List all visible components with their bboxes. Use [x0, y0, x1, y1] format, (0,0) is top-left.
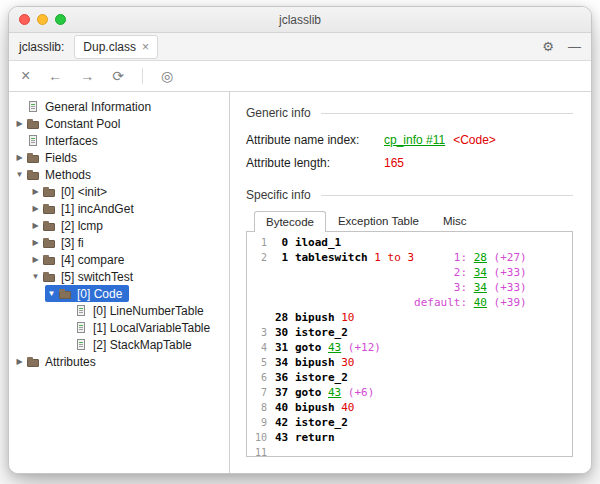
branch-target-link[interactable]: 34 [474, 281, 487, 294]
attribute-name-index-row: Attribute name index: cp_info #11 <Code> [246, 133, 573, 147]
folder-icon [42, 253, 57, 266]
folder-icon [26, 168, 41, 181]
tree-item-label: [0] LineNumberTable [93, 304, 204, 318]
bytecode-line: 2 1 tableswitch 1 to 3 1: 28 (+27) [247, 250, 572, 265]
specific-info-title: Specific info [246, 188, 311, 202]
expand-arrow-icon[interactable]: ▶ [29, 187, 42, 196]
main-split: General Information▶Constant PoolInterfa… [9, 92, 591, 473]
branch-target-link[interactable]: 43 [328, 386, 341, 399]
folder-icon [42, 270, 57, 283]
bytecode-offset: 37 [275, 386, 295, 399]
tree-item-2-stackmaptable[interactable]: [2] StackMapTable [61, 336, 199, 353]
hide-panel-icon[interactable]: — [568, 39, 581, 54]
tree-item-0-init[interactable]: ▶[0] <init> [29, 183, 114, 200]
collapse-arrow-icon[interactable]: ▼ [29, 272, 42, 281]
bytecode-line: 330 istore_2 [247, 325, 572, 340]
main-toolbar: × ← → ⟳ ◎ [9, 61, 591, 92]
tree-item-fields[interactable]: ▶Fields [13, 149, 84, 166]
tab-close-icon[interactable]: × [142, 41, 149, 53]
tree-item-0-linenumbertable[interactable]: [0] LineNumberTable [61, 302, 211, 319]
zoom-window-button[interactable] [55, 14, 66, 25]
tree-item-2-lcmp[interactable]: ▶[2] lcmp [29, 217, 110, 234]
expand-arrow-icon[interactable]: ▶ [29, 255, 42, 264]
branch-target-link[interactable]: 43 [328, 341, 341, 354]
expand-arrow-icon[interactable]: ▶ [13, 153, 26, 162]
tree-item-4-compare[interactable]: ▶[4] compare [29, 251, 131, 268]
line-number: 8 [247, 400, 275, 415]
tab-exception-table[interactable]: Exception Table [326, 210, 431, 231]
branch-target-link[interactable]: 28 [474, 251, 487, 264]
tree-item-interfaces[interactable]: Interfaces [13, 132, 105, 149]
reload-icon[interactable]: ⟳ [112, 69, 124, 83]
branch-target-link[interactable]: 34 [474, 266, 487, 279]
cp-info-link[interactable]: cp_info #11 [384, 133, 445, 147]
tree-item-label: [2] StackMapTable [93, 338, 192, 352]
switch-case-label: 1: [454, 251, 474, 264]
tree-item-general-information[interactable]: General Information [13, 98, 158, 115]
tree-item-label: Constant Pool [45, 117, 120, 131]
close-file-icon[interactable]: × [21, 68, 30, 84]
immediate-value: 1 to 3 [374, 251, 414, 264]
opcode-mnemonic: iload_1 [295, 236, 341, 249]
expand-arrow-icon[interactable]: ▶ [29, 221, 42, 230]
tree-item-label: [5] switchTest [61, 270, 133, 284]
bytecode-line: 1 0 iload_1 [247, 235, 572, 250]
line-number: 9 [247, 415, 275, 430]
tab-misc[interactable]: Misc [431, 210, 479, 231]
attribute-name-value: <Code> [453, 133, 496, 147]
tree-item-label: [4] compare [61, 253, 124, 267]
tree-item-1-incandget[interactable]: ▶[1] incAndGet [29, 200, 141, 217]
line-number: 7 [247, 385, 275, 400]
expand-arrow-icon[interactable]: ▶ [29, 204, 42, 213]
tree-item-methods[interactable]: ▼Methods [13, 166, 98, 183]
back-arrow-icon[interactable]: ← [48, 69, 62, 83]
expand-arrow-icon[interactable]: ▶ [29, 238, 42, 247]
bytecode-text: 42 istore_2 [275, 415, 348, 430]
expand-arrow-icon[interactable]: ▶ [13, 357, 26, 366]
relative-offset: (+27) [487, 251, 527, 264]
relative-offset: (+12) [341, 341, 381, 354]
folder-icon [42, 185, 57, 198]
forward-arrow-icon[interactable]: → [80, 69, 94, 83]
collapse-arrow-icon[interactable]: ▼ [45, 289, 58, 298]
tree-item-attributes[interactable]: ▶Attributes [13, 353, 103, 370]
minimize-window-button[interactable] [37, 14, 48, 25]
immediate-value: 30 [341, 356, 354, 369]
bytecode-line: 1043 return [247, 430, 572, 445]
line-number: 3 [247, 325, 275, 340]
homepage-globe-icon[interactable]: ◎ [161, 69, 173, 83]
branch-target-link[interactable]: 40 [474, 296, 487, 309]
settings-gear-icon[interactable]: ⚙ [542, 39, 554, 54]
tab-dup-class[interactable]: Dup.class × [74, 35, 158, 59]
collapse-arrow-icon[interactable]: ▼ [13, 170, 26, 179]
tree-item-constant-pool[interactable]: ▶Constant Pool [13, 115, 127, 132]
opcode-mnemonic: bipush [295, 311, 341, 324]
folder-icon [42, 219, 57, 232]
bytecode-line: 942 istore_2 [247, 415, 572, 430]
bytecode-text: 1 tableswitch 1 to 3 1: 28 (+27) [275, 250, 527, 265]
document-icon [74, 338, 89, 351]
tree-item-1-localvariabletable[interactable]: [1] LocalVariableTable [61, 319, 217, 336]
tree-item-0-code[interactable]: ▼[0] Code [45, 285, 129, 302]
line-number [247, 295, 275, 310]
bytecode-text: 43 return [275, 430, 335, 445]
expand-arrow-icon[interactable]: ▶ [13, 119, 26, 128]
code-text [275, 266, 454, 279]
bytecode-line: 737 goto 43 (+6) [247, 385, 572, 400]
tab-bytecode[interactable]: Bytecode [254, 211, 326, 232]
opcode-mnemonic: istore_2 [295, 416, 348, 429]
bytecode-listing[interactable]: 1 0 iload_12 1 tableswitch 1 to 3 1: 28 … [246, 231, 573, 457]
window-titlebar[interactable]: jclasslib [9, 7, 591, 33]
close-window-button[interactable] [19, 14, 30, 25]
relative-offset: (+39) [487, 296, 527, 309]
bytecode-offset: 34 [275, 356, 295, 369]
line-number [247, 310, 275, 325]
relative-offset: (+33) [487, 281, 527, 294]
folder-icon [26, 151, 41, 164]
tree-item-3-fi[interactable]: ▶[3] fi [29, 234, 91, 251]
tree-item-5-switchtest[interactable]: ▼[5] switchTest [29, 268, 140, 285]
bytecode-offset: 28 [275, 311, 295, 324]
editor-tab-bar: jclasslib: Dup.class × ⚙ — [9, 33, 591, 61]
line-number: 5 [247, 355, 275, 370]
line-number: 1 [247, 235, 275, 250]
